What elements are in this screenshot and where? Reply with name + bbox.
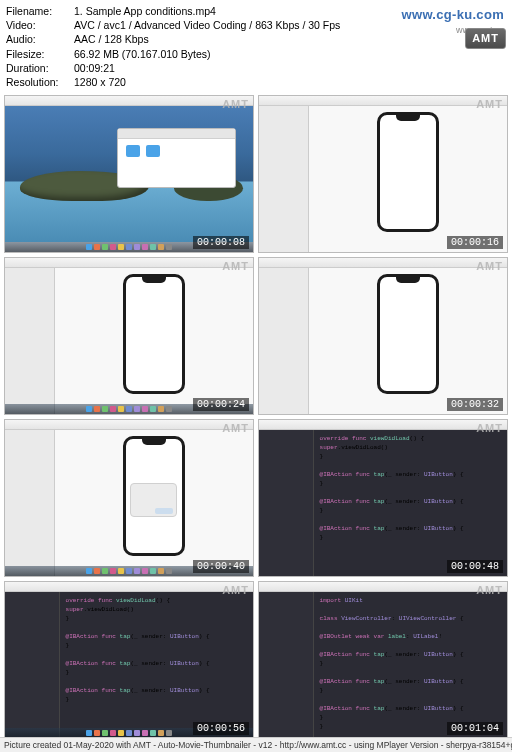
xcode-code-editor: override func viewDidLoad() { super.view… <box>259 430 507 576</box>
mac-menubar <box>259 96 507 106</box>
finder-toolbar <box>118 129 235 139</box>
alert-button <box>155 508 173 514</box>
label-duration: Duration: <box>6 61 74 75</box>
xcode-navigator <box>259 268 309 414</box>
label-filesize: Filesize: <box>6 47 74 61</box>
xcode-navigator <box>259 106 309 252</box>
label-filename: Filename: <box>6 4 74 18</box>
thumbnail-5: AMT 00:00:40 <box>4 419 254 577</box>
folder-icon <box>146 145 160 157</box>
thumbnail-8: import UIKitclass ViewController: UIView… <box>258 581 508 739</box>
thumbnail-1: AMT 00:00:08 <box>4 95 254 253</box>
xcode-code-editor: override func viewDidLoad() { super.view… <box>5 592 253 738</box>
xcode-window <box>259 106 507 252</box>
amt-watermark: AMT <box>222 98 249 110</box>
timestamp: 00:00:48 <box>447 560 503 573</box>
xcode-navigator <box>5 268 55 414</box>
timestamp: 00:00:32 <box>447 398 503 411</box>
phone-notch <box>142 439 166 445</box>
amt-watermark: AMT <box>476 98 503 110</box>
thumbnail-3: AMT 00:00:24 <box>4 257 254 415</box>
phone-notch <box>396 115 420 121</box>
label-video: Video: <box>6 18 74 32</box>
footer-credit: Picture created 01-May-2020 with AMT - A… <box>0 737 512 752</box>
amt-watermark: AMT <box>222 422 249 434</box>
amt-badge: AMT <box>465 28 506 49</box>
xcode-canvas <box>309 268 507 414</box>
xcode-navigator <box>5 430 55 576</box>
xcode-navigator <box>5 592 60 738</box>
value-resolution: 1280 x 720 <box>74 75 506 89</box>
iphone-simulator <box>123 274 185 394</box>
amt-watermark: AMT <box>476 422 503 434</box>
watermark-url: www.cg-ku.com <box>402 6 504 24</box>
code-editor-area: override func viewDidLoad() { super.view… <box>314 430 507 576</box>
amt-watermark: AMT <box>476 260 503 272</box>
iphone-simulator <box>123 436 185 556</box>
label-resolution: Resolution: <box>6 75 74 89</box>
timestamp: 00:00:56 <box>193 722 249 735</box>
mac-menubar <box>5 96 253 106</box>
mac-menubar <box>259 420 507 430</box>
amt-watermark: AMT <box>222 584 249 596</box>
code-editor-area: import UIKitclass ViewController: UIView… <box>314 592 507 738</box>
mac-menubar <box>5 582 253 592</box>
mac-menubar <box>259 258 507 268</box>
folder-icon <box>126 145 140 157</box>
code-editor-area: override func viewDidLoad() { super.view… <box>60 592 253 738</box>
xcode-window <box>5 268 253 414</box>
xcode-code-editor: import UIKitclass ViewController: UIView… <box>259 592 507 738</box>
xcode-navigator <box>259 592 314 738</box>
thumbnail-2: AMT 00:00:16 <box>258 95 508 253</box>
timestamp: 00:01:04 <box>447 722 503 735</box>
ios-alert-dialog <box>130 483 177 517</box>
metadata-panel: Filename: 1. Sample App conditions.mp4 V… <box>0 0 512 93</box>
iphone-simulator <box>377 274 439 394</box>
mac-menubar <box>5 420 253 430</box>
xcode-canvas <box>55 430 253 576</box>
value-duration: 00:09:21 <box>74 61 506 75</box>
xcode-canvas <box>309 106 507 252</box>
xcode-window <box>5 430 253 576</box>
thumbnail-7: override func viewDidLoad() { super.view… <box>4 581 254 739</box>
thumbnail-4: AMT 00:00:32 <box>258 257 508 415</box>
xcode-window <box>259 268 507 414</box>
amt-watermark: AMT <box>476 584 503 596</box>
finder-window <box>117 128 236 188</box>
phone-notch <box>396 277 420 283</box>
timestamp: 00:00:40 <box>193 560 249 573</box>
timestamp: 00:00:08 <box>193 236 249 249</box>
xcode-canvas <box>55 268 253 414</box>
iphone-simulator <box>377 112 439 232</box>
timestamp: 00:00:24 <box>193 398 249 411</box>
mac-menubar <box>259 582 507 592</box>
thumbnail-grid: AMT 00:00:08 AMT 00:00:16 AMT <box>0 93 512 743</box>
value-filesize: 66.92 MB (70.167.010 Bytes) <box>74 47 506 61</box>
timestamp: 00:00:16 <box>447 236 503 249</box>
mac-menubar <box>5 258 253 268</box>
phone-notch <box>142 277 166 283</box>
amt-watermark: AMT <box>222 260 249 272</box>
label-audio: Audio: <box>6 32 74 46</box>
xcode-navigator <box>259 430 314 576</box>
desktop-wallpaper <box>5 106 253 242</box>
thumbnail-6: override func viewDidLoad() { super.view… <box>258 419 508 577</box>
